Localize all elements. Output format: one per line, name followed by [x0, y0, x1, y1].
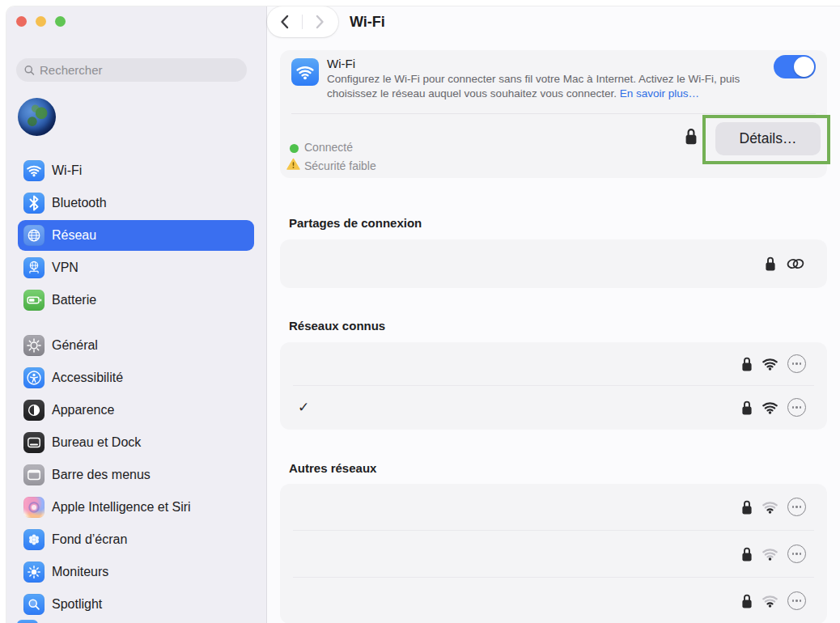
section-title-hotspots: Partages de connexion [289, 216, 422, 230]
sidebar-item-label: Bureau et Dock [52, 435, 141, 450]
toggle-knob [794, 57, 814, 77]
sidebar-item-reseau[interactable]: Réseau [18, 220, 254, 251]
sidebar-item-label: Réseau [52, 228, 96, 243]
sidebar-item-vpn[interactable]: VPN [18, 252, 254, 283]
globe-icon [23, 225, 45, 246]
sidebar-item-label: Apparence [52, 403, 114, 417]
connected-status-label: Connecté [304, 141, 353, 154]
sidebar-item-bluetooth[interactable]: Bluetooth [18, 188, 254, 218]
connected-status-icon [290, 144, 299, 153]
wifi-signal-medium-icon [762, 501, 778, 514]
minimize-button[interactable] [36, 16, 46, 27]
close-button[interactable] [16, 16, 27, 27]
desktop-dock-icon [23, 432, 45, 453]
sidebar-item-apple-intelligence-et-siri[interactable]: Apple Intelligence et Siri [18, 492, 254, 523]
window: Wi-Fi Bluetooth [6, 6, 840, 623]
wallpaper-icon [23, 529, 45, 550]
sidebar: Wi-Fi Bluetooth [6, 6, 267, 623]
wifi-signal-strong-icon [762, 401, 778, 414]
section-title-other-networks: Autres réseaux [289, 461, 376, 475]
more-options-button[interactable] [787, 354, 806, 373]
link-icon [785, 256, 806, 272]
traffic-lights [16, 16, 66, 27]
sidebar-item-bureau-et-dock[interactable]: Bureau et Dock [18, 427, 254, 458]
appearance-icon [23, 400, 45, 421]
sidebar-item-label: Bluetooth [52, 196, 107, 210]
search-input[interactable] [40, 63, 239, 77]
wifi-signal-medium-icon [762, 595, 778, 608]
wifi-description: Configurez le Wi-Fi pour connecter sans … [327, 72, 754, 101]
spotlight-icon [23, 594, 45, 615]
known-network-row-current[interactable]: ✓ [280, 386, 827, 429]
details-button[interactable]: Détails… [715, 122, 821, 155]
lock-icon [685, 127, 698, 149]
sidebar-item-label: Moniteurs [52, 565, 108, 579]
vpn-icon [23, 257, 45, 278]
lock-icon [741, 593, 753, 609]
sidebar-item-apparence[interactable]: Apparence [18, 395, 254, 426]
lock-icon [741, 546, 753, 562]
user-avatar[interactable] [18, 98, 56, 136]
page-title: Wi-Fi [350, 14, 385, 31]
search-icon [24, 65, 35, 76]
more-options-button[interactable] [787, 398, 806, 417]
sidebar-item-label: Spotlight [52, 597, 102, 612]
known-network-row[interactable] [280, 342, 827, 385]
other-network-row[interactable] [280, 484, 827, 530]
sidebar-item-wifi[interactable]: Wi-Fi [18, 155, 254, 186]
wifi-icon [23, 160, 45, 181]
sidebar-item-label: VPN [52, 261, 78, 275]
forward-button[interactable] [303, 6, 337, 37]
sidebar-item-label: Batterie [52, 293, 96, 307]
lock-icon [741, 356, 753, 372]
more-options-button[interactable] [787, 591, 806, 610]
main-pane: Wi-Fi Wi-Fi Configurez le Wi-Fi pour con… [267, 6, 840, 623]
sidebar-item-label: Apple Intelligence et Siri [52, 500, 191, 515]
sidebar-item-label: Wi-Fi [52, 163, 82, 178]
wifi-toggle[interactable] [774, 55, 816, 78]
wifi-signal-weak-icon [762, 548, 778, 561]
sidebar-item-moniteurs[interactable]: Moniteurs [18, 557, 254, 587]
more-options-button[interactable] [787, 498, 806, 516]
system-settings-window: Wi-Fi Bluetooth [0, 0, 840, 623]
hotspots-card [280, 239, 827, 288]
lock-icon [741, 499, 753, 515]
nav-history-group [267, 6, 338, 37]
lock-icon [741, 400, 753, 416]
learn-more-link[interactable]: En savoir plus… [620, 87, 699, 100]
card-divider [291, 113, 816, 114]
sidebar-item-accessibilite[interactable]: Accessibilité [18, 362, 254, 393]
wifi-settings-card: Wi-Fi Configurez le Wi-Fi pour connecter… [280, 50, 827, 178]
wifi-signal-strong-icon [762, 358, 778, 371]
other-network-row[interactable] [280, 578, 827, 623]
displays-icon [23, 562, 45, 583]
sidebar-item-partial-icon [17, 620, 38, 623]
checkmark-icon: ✓ [298, 399, 309, 416]
sidebar-item-barre-des-menus[interactable]: Barre des menus [18, 460, 254, 490]
back-button[interactable] [267, 6, 302, 37]
other-networks-card [280, 484, 827, 623]
accessibility-icon [23, 367, 45, 388]
security-status-label: Sécurité faible [304, 159, 376, 172]
sidebar-item-label: Général [52, 338, 98, 353]
gear-icon [23, 335, 45, 356]
siri-icon [23, 497, 45, 518]
hotspot-row[interactable] [280, 239, 827, 288]
sidebar-item-label: Fond d’écran [52, 532, 127, 547]
sidebar-item-general[interactable]: Général [18, 330, 254, 361]
more-options-button[interactable] [787, 545, 806, 563]
bluetooth-icon [23, 193, 45, 214]
battery-icon [23, 290, 45, 311]
sidebar-item-label: Accessibilité [52, 371, 123, 385]
wifi-card-title: Wi-Fi [327, 57, 355, 70]
sidebar-item-spotlight[interactable]: Spotlight [18, 589, 254, 620]
lock-icon [765, 256, 776, 272]
sidebar-item-batterie[interactable]: Batterie [18, 285, 254, 316]
menu-bar-icon [23, 464, 45, 485]
zoom-button[interactable] [55, 16, 66, 27]
sidebar-item-fond-d-ecran[interactable]: Fond d’écran [18, 524, 254, 555]
warning-icon [286, 158, 300, 174]
known-networks-card: ✓ [280, 342, 827, 430]
search-field[interactable] [16, 58, 247, 82]
other-network-row[interactable] [280, 531, 827, 577]
